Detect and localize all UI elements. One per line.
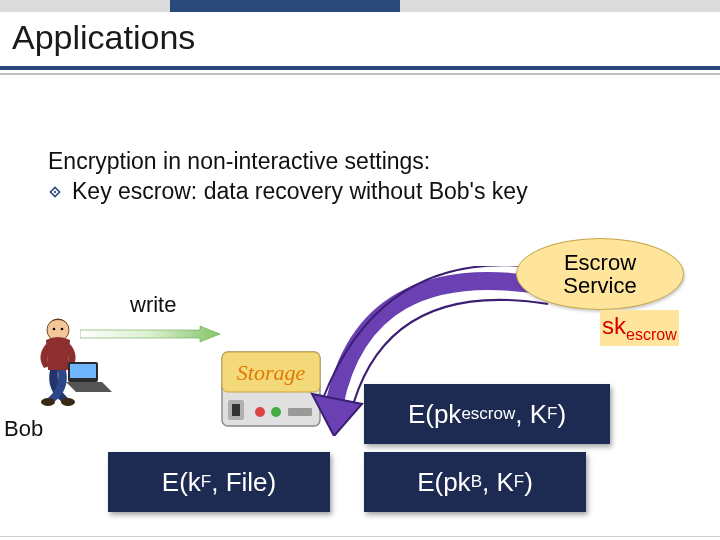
slide-title: Applications (12, 18, 195, 57)
svg-point-8 (61, 398, 75, 406)
escrow-service-node: Escrow Service (516, 238, 684, 310)
title-underline-thin (0, 73, 720, 75)
escrow-title-2: Service (563, 274, 636, 297)
footer-rule (0, 536, 720, 537)
box-pk-b: E(pkB, KF) (364, 452, 586, 512)
svg-point-5 (53, 328, 56, 331)
bob-figure-icon (10, 310, 120, 420)
svg-point-7 (41, 398, 55, 406)
box-pk-escrow: E(pkescrow, KF) (364, 384, 610, 444)
box-kf-file: E(kF, File) (108, 452, 330, 512)
svg-point-17 (271, 407, 281, 417)
sk-escrow-label: skescrow (600, 310, 679, 346)
body-line-1: Encryption in non-interactive settings: (48, 148, 430, 175)
bullet-icon (48, 184, 64, 200)
svg-rect-15 (232, 404, 240, 416)
svg-rect-10 (70, 364, 96, 378)
escrow-title-1: Escrow (563, 251, 636, 274)
top-navy-block (170, 0, 400, 12)
svg-point-16 (255, 407, 265, 417)
title-underline-thick (0, 66, 720, 70)
body-line-2: Key escrow: data recovery without Bob's … (72, 178, 528, 205)
svg-marker-11 (66, 382, 112, 392)
svg-point-6 (61, 328, 64, 331)
bob-label: Bob (4, 416, 43, 442)
write-label: write (130, 292, 176, 318)
